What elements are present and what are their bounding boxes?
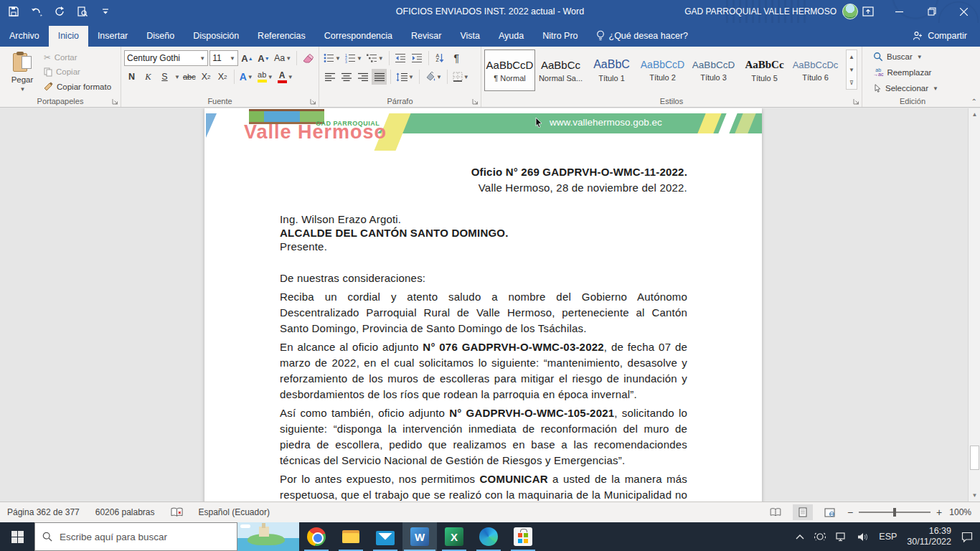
read-mode-icon[interactable] bbox=[765, 504, 786, 520]
tab-revisar[interactable]: Revisar bbox=[402, 26, 451, 47]
highlight-button[interactable]: ab ▼ bbox=[256, 69, 275, 85]
text-effects-button[interactable]: A▼ bbox=[238, 69, 255, 85]
superscript-button[interactable]: X2 bbox=[215, 69, 230, 85]
cut-button[interactable]: ✂ Cortar bbox=[42, 50, 113, 65]
style-no-spacing[interactable]: AaBbCc Normal Sa... bbox=[535, 50, 586, 91]
scroll-up-icon[interactable]: ▲ bbox=[969, 108, 980, 121]
styles-scroll-up-icon[interactable]: ▲ bbox=[847, 50, 857, 63]
bold-button[interactable]: N bbox=[124, 69, 139, 85]
account-area[interactable]: GAD PARROQUIAL VALLE HERMOSO bbox=[684, 0, 858, 23]
styles-scroll-down-icon[interactable]: ▼ bbox=[847, 63, 857, 76]
find-button[interactable]: Buscar▼ bbox=[871, 49, 960, 65]
decrease-indent-button[interactable] bbox=[393, 50, 408, 66]
restore-button[interactable] bbox=[915, 0, 948, 23]
style-titulo-6[interactable]: AaBbCcDc Título 6 bbox=[790, 50, 841, 91]
zoom-slider[interactable] bbox=[859, 512, 930, 513]
page-indicator[interactable]: Página 362 de 377 bbox=[7, 507, 80, 517]
tab-disposicion[interactable]: Disposición bbox=[184, 26, 248, 47]
tab-correspondencia[interactable]: Correspondencia bbox=[315, 26, 402, 47]
style-titulo-3[interactable]: AaBbCcD Título 3 bbox=[688, 50, 739, 91]
print-layout-icon[interactable] bbox=[793, 504, 813, 520]
tab-ayuda[interactable]: Ayuda bbox=[489, 26, 533, 47]
styles-more-icon[interactable]: ⊽ bbox=[847, 76, 857, 89]
align-left-button[interactable] bbox=[322, 69, 337, 85]
search-highlight-image[interactable] bbox=[237, 522, 299, 551]
numbered-list-button[interactable]: 123 ▼ bbox=[344, 50, 364, 66]
font-name-combo[interactable]: Century Gothi▼ bbox=[124, 50, 208, 66]
zoom-in-icon[interactable]: + bbox=[936, 507, 942, 518]
print-preview-icon[interactable] bbox=[75, 4, 90, 19]
tray-expand-icon[interactable] bbox=[796, 534, 804, 540]
tell-me-box[interactable]: ¿Qué desea hacer? bbox=[588, 25, 697, 47]
italic-button[interactable]: K bbox=[141, 69, 156, 85]
grow-font-button[interactable]: A▲ bbox=[240, 50, 255, 66]
borders-button[interactable]: ▼ bbox=[451, 69, 471, 85]
minimize-button[interactable] bbox=[883, 0, 915, 23]
paragraph-dialog-launcher-icon[interactable] bbox=[472, 98, 479, 105]
zoom-slider-thumb[interactable] bbox=[893, 508, 896, 517]
taskbar-excel[interactable]: X bbox=[437, 522, 471, 551]
word-count[interactable]: 60206 palabras bbox=[95, 507, 155, 517]
sort-button[interactable]: AZ bbox=[433, 50, 448, 66]
format-painter-button[interactable]: Copiar formato bbox=[42, 80, 113, 94]
volume-icon[interactable] bbox=[857, 532, 869, 542]
zoom-level[interactable]: 100% bbox=[949, 507, 971, 517]
justify-button[interactable] bbox=[372, 69, 387, 85]
customize-quick-access-icon[interactable] bbox=[98, 4, 113, 19]
close-button[interactable] bbox=[948, 0, 980, 23]
font-size-combo[interactable]: 11▼ bbox=[209, 50, 238, 66]
paste-button[interactable]: Pegar ▼ bbox=[3, 49, 42, 94]
start-button[interactable] bbox=[0, 522, 34, 551]
scroll-down-icon[interactable]: ▼ bbox=[969, 489, 980, 501]
ribbon-display-options-icon[interactable] bbox=[862, 0, 874, 23]
taskbar-file-explorer[interactable] bbox=[334, 522, 368, 551]
save-icon[interactable] bbox=[6, 4, 22, 19]
align-center-button[interactable] bbox=[339, 69, 354, 85]
proofing-icon[interactable] bbox=[171, 507, 183, 517]
web-layout-icon[interactable] bbox=[820, 504, 840, 520]
tab-referencias[interactable]: Referencias bbox=[248, 26, 315, 47]
document-page[interactable]: www.vallehermoso.gob.ec Valle Hermoso GA… bbox=[204, 108, 762, 501]
tab-archivo[interactable]: Archivo bbox=[0, 26, 49, 47]
shrink-font-button[interactable]: A▼ bbox=[256, 50, 271, 66]
clear-formatting-button[interactable] bbox=[301, 50, 316, 66]
bullet-list-button[interactable]: ▼ bbox=[322, 50, 342, 66]
tab-inicio[interactable]: Inicio bbox=[49, 26, 88, 47]
style-normal[interactable]: AaBbCcD ¶ Normal bbox=[484, 50, 535, 91]
multilevel-list-button[interactable]: ▼ bbox=[365, 50, 385, 66]
language-badge[interactable]: ESP bbox=[879, 532, 897, 542]
underline-button[interactable]: S bbox=[157, 69, 172, 85]
style-titulo-2[interactable]: AaBbCcD Título 2 bbox=[637, 50, 688, 91]
style-titulo-5[interactable]: AaBbCc Título 5 bbox=[739, 50, 790, 91]
taskbar-word[interactable]: W bbox=[402, 522, 437, 551]
style-titulo-1[interactable]: AaBbC Título 1 bbox=[586, 50, 637, 91]
line-spacing-button[interactable]: ▼ bbox=[395, 69, 415, 85]
font-color-button[interactable]: A ▼ bbox=[276, 69, 295, 85]
strikethrough-button[interactable]: abc bbox=[182, 69, 197, 85]
zoom-out-icon[interactable]: − bbox=[847, 507, 853, 518]
taskbar-edge[interactable] bbox=[471, 522, 506, 551]
collapse-ribbon-icon[interactable]: ⌃ bbox=[971, 98, 977, 105]
taskbar-store[interactable] bbox=[506, 522, 540, 551]
clipboard-dialog-launcher-icon[interactable] bbox=[112, 98, 118, 105]
tab-nitro-pro[interactable]: Nitro Pro bbox=[533, 26, 587, 47]
undo-icon[interactable] bbox=[29, 4, 44, 19]
replace-button[interactable]: ab→ac Reemplazar bbox=[871, 65, 960, 80]
vertical-scrollbar[interactable]: ▲ ▼ bbox=[968, 108, 980, 501]
letter-body[interactable]: Oficio N° 269 GADPRVH-O-WMC-11-2022. Val… bbox=[204, 108, 762, 501]
increase-indent-button[interactable] bbox=[410, 50, 425, 66]
repeat-icon[interactable] bbox=[52, 4, 67, 19]
tab-vista[interactable]: Vista bbox=[451, 26, 489, 47]
clock[interactable]: 16:39 30/11/2022 bbox=[907, 526, 951, 547]
tab-diseno[interactable]: Diseño bbox=[137, 26, 184, 47]
share-button[interactable]: Compartir bbox=[907, 26, 973, 47]
font-dialog-launcher-icon[interactable] bbox=[310, 98, 316, 105]
shading-button[interactable]: ▼ bbox=[423, 69, 443, 85]
network-icon[interactable] bbox=[836, 532, 847, 542]
scrollbar-thumb[interactable] bbox=[970, 446, 979, 470]
taskbar-chrome[interactable] bbox=[299, 522, 334, 551]
tab-insertar[interactable]: Insertar bbox=[88, 26, 137, 47]
underline-caret-icon[interactable]: ▼ bbox=[174, 74, 180, 80]
language-indicator[interactable]: Español (Ecuador) bbox=[199, 507, 270, 517]
show-marks-button[interactable]: ¶ bbox=[449, 50, 464, 66]
